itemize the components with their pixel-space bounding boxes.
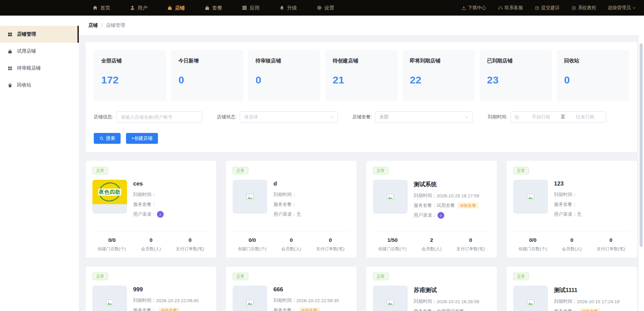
shop-card[interactable]: 正常测试1111到期时间：2026-10-15 17:24:19服务套餐：体验套… [506, 267, 637, 311]
shop-stat-value: 0 [171, 237, 210, 243]
broken-image-icon [386, 192, 395, 201]
shop-stat-stores: 0/0创建门店数(个) [92, 237, 131, 252]
shop-stat-stores: 0/0创建门店数(个) [233, 237, 272, 252]
shop-stat-label: 会员数(人) [552, 246, 591, 252]
stat-card-title: 待审核店铺 [255, 58, 313, 64]
shop-logo-placeholder [233, 286, 267, 311]
shop-card-body: 666到期时间：2026-10-22 22:59:35服务套餐：体验套餐用户渠道… [233, 286, 350, 311]
service-package-label: 服务套餐： [554, 201, 577, 208]
user-channel-row: 用户渠道：♪ [414, 212, 490, 219]
breadcrumb-section[interactable]: 店铺 [88, 22, 98, 28]
user-channel-row: 用户渠道：无 [554, 211, 630, 218]
shop-info-input[interactable] [117, 111, 202, 123]
shop-card[interactable]: 正常999到期时间：2026-10-23 22:09:45服务套餐：体验套餐用户… [86, 267, 216, 311]
nav-item-upgrade[interactable]: 升级 [279, 5, 297, 11]
filter-shop-package: 店铺套餐: 全部 [353, 111, 473, 123]
shop-package-select[interactable]: 全部 [375, 111, 473, 123]
sidebar-item-recycle-bin[interactable]: 回收站 [0, 77, 79, 94]
shop-package-value: 全部 [379, 114, 389, 120]
shop-name: 666 [273, 286, 350, 293]
package-badge: 体验套餐 [458, 202, 479, 209]
shop-card-stats: 0/0创建门店数(个)0会员数(人)0支付订单数(笔) [92, 232, 210, 258]
shop-card[interactable]: 正常123到期时间：服务套餐：用户渠道：无0/0创建门店数(个)0会员数(人)0… [506, 161, 637, 258]
shop-card-body: 测试系统到期时间：2026-10-29 16:17:59服务套餐：试用套餐体验套… [373, 180, 490, 219]
nav-item-settings[interactable]: 设置 [317, 5, 334, 11]
shop-stat-label: 支付订单数(笔) [591, 246, 630, 252]
scrollbar-thumb[interactable] [640, 43, 643, 247]
nav-item-system-tutorial[interactable]: 系统教程 [571, 5, 596, 11]
search-button[interactable]: 搜索 [94, 133, 121, 144]
nav-item-contact-support[interactable]: 联系客服 [498, 5, 523, 11]
shop-stat-orders: 0支付订单数(笔) [311, 237, 350, 252]
expire-date-range[interactable]: 开始日期 至 结束日期 [511, 111, 606, 123]
shop-stat-value: 0/0 [233, 237, 272, 243]
shop-stat-members: 0会员数(人) [272, 237, 311, 252]
shop-status-select[interactable]: 请选择 [240, 111, 338, 123]
shop-info-label: 店铺信息: [94, 114, 113, 120]
shop-stat-value: 0 [131, 237, 171, 243]
create-shop-label: +创建店铺 [131, 135, 153, 141]
sidebar-item-shop-management[interactable]: 店铺管理 [0, 26, 79, 43]
user-menu[interactable]: 超级管理员 [608, 5, 637, 11]
chevron-down-icon [464, 115, 469, 119]
filter-expire-time: 到期时间: 开始日期 至 结束日期 [488, 111, 606, 123]
shop-card-body: 123到期时间：服务套餐：用户渠道：无 [513, 180, 630, 218]
shop-card[interactable]: 正常苏甫测试到期时间：2026-10-21 16:28:59服务套餐：金牌测试套… [366, 267, 497, 311]
breadcrumb-current: 店铺管理 [106, 22, 125, 28]
shop-card[interactable]: 正常夜色四欲ces到期时间：服务套餐：用户渠道：♪0/0创建门店数(个)0会员数… [86, 161, 216, 258]
main-area: 店铺 / 店铺管理 全部店铺172今日新增0待审核店铺0待创建店铺21即将到期店… [79, 16, 644, 311]
expire-time-row: 到期时间：2026-10-29 16:17:59 [414, 192, 490, 199]
nav-item-home[interactable]: 首页 [92, 5, 110, 11]
nav-item-shops[interactable]: 店铺 [167, 5, 185, 11]
package-badge: 体验套餐 [579, 308, 601, 311]
filter-panel: 全部店铺172今日新增0待审核店铺0待创建店铺21即将到期店铺22已到期店铺23… [86, 42, 637, 152]
breadcrumb-separator: / [101, 23, 103, 28]
status-badge: 正常 [373, 273, 389, 280]
shop-card[interactable]: 正常测试系统到期时间：2026-10-29 16:17:59服务套餐：试用套餐体… [366, 161, 497, 258]
date-start-placeholder: 开始日期 [523, 114, 559, 120]
service-package-value: 试用套餐 [437, 202, 455, 209]
chevron-down-icon [329, 115, 334, 119]
sidebar-item-pending-review-shops[interactable]: 待审核店铺 [0, 60, 79, 77]
nav-item-download-center[interactable]: 下载中心 [461, 5, 486, 11]
nav-item-submit-suggestion[interactable]: 提交建议 [535, 5, 560, 11]
user-channel-label: 用户渠道： [133, 211, 156, 217]
status-badge: 正常 [92, 273, 108, 280]
shop-stat-label: 支付订单数(笔) [171, 246, 210, 252]
stat-card-value: 172 [101, 74, 159, 86]
date-separator: 至 [559, 114, 568, 120]
nav-item-apps[interactable]: 应用 [242, 5, 260, 11]
shop-name: 苏甫测试 [414, 286, 490, 294]
sidebar-item-trial-shops[interactable]: 试用店铺 [0, 43, 79, 60]
shop-logo-image: 夜色四欲 [92, 180, 127, 204]
expire-time-value: 2026-10-29 16:17:59 [437, 193, 479, 198]
shop-stat-orders: 0支付订单数(笔) [591, 237, 630, 252]
nav-item-packages[interactable]: 套餐 [204, 5, 222, 11]
shop-card-info: 测试1111到期时间：2026-10-15 17:24:19服务套餐：体验套餐用… [554, 286, 630, 311]
service-package-row: 服务套餐：体验套餐 [554, 308, 630, 311]
nav-item-label: 联系客服 [505, 5, 523, 11]
stat-card-value: 0 [255, 74, 313, 86]
shop-logo-placeholder [373, 180, 408, 214]
shop-card-info: 测试系统到期时间：2026-10-29 16:17:59服务套餐：试用套餐体验套… [414, 180, 490, 219]
service-package-label: 服务套餐： [273, 201, 297, 208]
create-shop-button[interactable]: +创建店铺 [126, 133, 158, 144]
stat-card-value: 0 [178, 74, 236, 86]
shop-name: 测试系统 [414, 180, 490, 188]
shop-status-label: 店铺状态: [217, 114, 237, 120]
broken-image-icon [105, 298, 114, 307]
nav-item-users[interactable]: 用户 [130, 5, 147, 11]
shop-icon [167, 5, 173, 11]
stat-card: 即将到期店铺22 [402, 50, 475, 101]
shop-stat-value: 1/50 [373, 237, 412, 243]
expire-time-row: 到期时间： [133, 191, 210, 198]
expire-time-label: 到期时间： [414, 298, 437, 305]
shop-card[interactable]: 正常d到期时间：服务套餐：用户渠道：无0/0创建门店数(个)0会员数(人)0支付… [226, 161, 357, 258]
breadcrumb: 店铺 / 店铺管理 [79, 16, 644, 35]
expire-time-value: 2026-10-15 17:24:19 [577, 299, 620, 304]
shop-cards-grid: 正常夜色四欲ces到期时间：服务套餐：用户渠道：♪0/0创建门店数(个)0会员数… [86, 161, 637, 311]
shop-card[interactable]: 正常666到期时间：2026-10-22 22:59:35服务套餐：体验套餐用户… [226, 267, 357, 311]
status-badge: 正常 [373, 167, 389, 174]
service-package-row: 服务套餐：体验套餐 [133, 307, 210, 311]
shop-card-info: 999到期时间：2026-10-23 22:09:45服务套餐：体验套餐用户渠道… [133, 286, 210, 311]
